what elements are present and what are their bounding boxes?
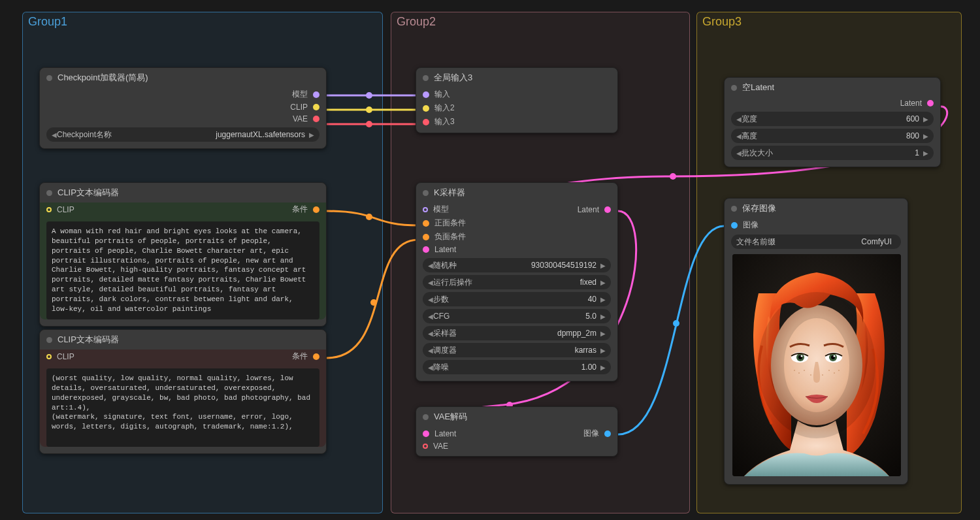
widget-filename-prefix[interactable]: 文件名前缀 ComfyUI <box>731 235 901 249</box>
ksampler-widget-4[interactable]: ◀采样器dpmpp_2m▶ <box>423 326 611 340</box>
port-label: 图像 <box>743 219 759 231</box>
empty-latent-widget-2[interactable]: ◀批次大小1▶ <box>731 146 934 160</box>
port-model-out[interactable] <box>313 91 319 98</box>
node-vae-decode[interactable]: VAE解码 Latent 图像 VAE <box>416 406 618 457</box>
node-title-text: CLIP文本编码器 <box>57 187 119 199</box>
port-cond-out[interactable] <box>313 353 319 360</box>
collapse-dot-icon[interactable] <box>423 75 429 81</box>
arrow-right-icon[interactable]: ▶ <box>600 262 606 269</box>
ksampler-widget-2[interactable]: ◀步数40▶ <box>423 292 611 306</box>
port-image-in[interactable] <box>731 222 738 229</box>
port-label: Latent <box>578 205 599 214</box>
arrow-left-icon[interactable]: ◀ <box>428 364 433 371</box>
port-vae-out[interactable] <box>313 116 319 122</box>
node-title-text: 保存图像 <box>742 203 776 214</box>
port-label: Latent <box>434 245 456 254</box>
node-title-text: K采样器 <box>434 187 465 199</box>
arrow-right-icon[interactable]: ▶ <box>600 296 606 303</box>
port-label: 模型 <box>292 89 308 100</box>
arrow-right-icon[interactable]: ▶ <box>600 364 606 371</box>
svg-point-21 <box>828 370 830 371</box>
node-save-image[interactable]: 保存图像 图像 文件名前缀 ComfyUI <box>724 198 908 485</box>
arrow-right-icon[interactable]: ▶ <box>923 150 928 157</box>
port-vae-in[interactable] <box>423 444 428 449</box>
port-label: 条件 <box>292 204 308 215</box>
port-label: CLIP <box>57 205 74 214</box>
empty-latent-widget-0[interactable]: ◀宽度600▶ <box>731 112 934 126</box>
arrow-left-icon[interactable]: ◀ <box>428 262 433 269</box>
ksampler-widget-3[interactable]: ◀CFG5.0▶ <box>423 309 611 323</box>
arrow-left-icon[interactable]: ◀ <box>428 279 433 286</box>
port-in2[interactable] <box>423 105 429 112</box>
node-empty-latent[interactable]: 空Latent Latent ◀宽度600▶◀高度800▶◀批次大小1▶ <box>724 77 941 167</box>
arrow-left-icon[interactable]: ◀ <box>428 347 433 354</box>
port-label: 负面条件 <box>434 231 466 242</box>
port-clip-in[interactable] <box>46 207 52 212</box>
node-title-text: CLIP文本编码器 <box>57 334 119 346</box>
port-label: 输入2 <box>434 103 455 114</box>
port-label: 正面条件 <box>434 218 466 229</box>
port-cond-out[interactable] <box>313 206 319 213</box>
arrow-left-icon[interactable]: ◀ <box>428 330 433 337</box>
arrow-left-icon[interactable]: ◀ <box>52 131 57 138</box>
arrow-left-icon[interactable]: ◀ <box>428 313 433 320</box>
arrow-left-icon[interactable]: ◀ <box>428 296 433 303</box>
group-title: Group2 <box>397 15 436 29</box>
image-preview[interactable] <box>732 254 901 476</box>
port-cond-neg-in[interactable] <box>423 234 429 240</box>
collapse-dot-icon[interactable] <box>423 414 429 420</box>
port-latent-in[interactable] <box>423 431 429 437</box>
widget-checkpoint-name[interactable]: ◀ Checkpoint名称 juggernautXL.safetensors … <box>46 127 319 142</box>
port-latent-out[interactable] <box>927 100 934 106</box>
node-checkpoint-loader[interactable]: Checkpoint加载器(简易) 模型 CLIP VAE ◀ Checkpoi… <box>39 67 327 149</box>
ksampler-widget-1[interactable]: ◀运行后操作fixed▶ <box>423 275 611 289</box>
arrow-left-icon[interactable]: ◀ <box>736 133 742 140</box>
collapse-dot-icon[interactable] <box>423 190 429 196</box>
port-in3[interactable] <box>423 119 429 125</box>
arrow-right-icon[interactable]: ▶ <box>600 313 606 320</box>
svg-point-25 <box>822 374 823 376</box>
arrow-right-icon[interactable]: ▶ <box>600 330 606 337</box>
port-label: Latent <box>900 99 922 108</box>
port-clip-out[interactable] <box>313 104 319 110</box>
arrow-left-icon[interactable]: ◀ <box>736 116 742 123</box>
collapse-dot-icon[interactable] <box>46 190 52 196</box>
ksampler-widget-0[interactable]: ◀随机种930300454519192▶ <box>423 258 611 272</box>
prompt-textarea[interactable]: (worst quality, low quality, normal qual… <box>46 368 319 447</box>
port-label: 图像 <box>583 428 599 439</box>
port-label: VAE <box>433 442 448 451</box>
port-label: 条件 <box>292 351 308 362</box>
node-clip-text-positive[interactable]: CLIP文本编码器 CLIP 条件 A woman with red hair … <box>39 182 327 327</box>
port-label: 输入3 <box>434 116 455 127</box>
node-global-inputs-3[interactable]: 全局输入3 输入 输入2 输入3 <box>416 67 618 133</box>
port-latent-in[interactable] <box>423 246 429 253</box>
svg-point-16 <box>801 355 803 357</box>
arrow-right-icon[interactable]: ▶ <box>923 116 928 123</box>
svg-point-17 <box>834 355 836 357</box>
node-ksampler[interactable]: K采样器 模型 Latent 正面条件 负面条件 Latent ◀随机种9303… <box>416 182 618 382</box>
arrow-right-icon[interactable]: ▶ <box>309 131 314 138</box>
port-latent-out[interactable] <box>604 206 611 213</box>
port-label: 模型 <box>433 204 449 215</box>
port-model-in[interactable] <box>423 207 428 212</box>
empty-latent-widget-1[interactable]: ◀高度800▶ <box>731 129 934 143</box>
port-clip-in[interactable] <box>46 354 52 359</box>
collapse-dot-icon[interactable] <box>731 85 737 91</box>
svg-point-24 <box>810 374 811 376</box>
svg-point-23 <box>838 370 840 371</box>
port-image-out[interactable] <box>604 431 611 437</box>
arrow-right-icon[interactable]: ▶ <box>600 347 606 354</box>
arrow-right-icon[interactable]: ▶ <box>923 133 928 140</box>
prompt-textarea[interactable]: A woman with red hair and bright eyes lo… <box>46 221 319 319</box>
collapse-dot-icon[interactable] <box>731 206 737 212</box>
ksampler-widget-5[interactable]: ◀调度器karras▶ <box>423 343 611 357</box>
arrow-left-icon[interactable]: ◀ <box>736 150 742 157</box>
arrow-right-icon[interactable]: ▶ <box>600 279 606 286</box>
collapse-dot-icon[interactable] <box>46 337 52 343</box>
collapse-dot-icon[interactable] <box>46 75 52 81</box>
ksampler-widget-6[interactable]: ◀降噪1.00▶ <box>423 360 611 374</box>
node-title-text: 全局输入3 <box>434 72 472 84</box>
node-clip-text-negative[interactable]: CLIP文本编码器 CLIP 条件 (worst quality, low qu… <box>39 329 327 454</box>
port-in1[interactable] <box>423 91 429 98</box>
port-cond-pos-in[interactable] <box>423 220 429 227</box>
